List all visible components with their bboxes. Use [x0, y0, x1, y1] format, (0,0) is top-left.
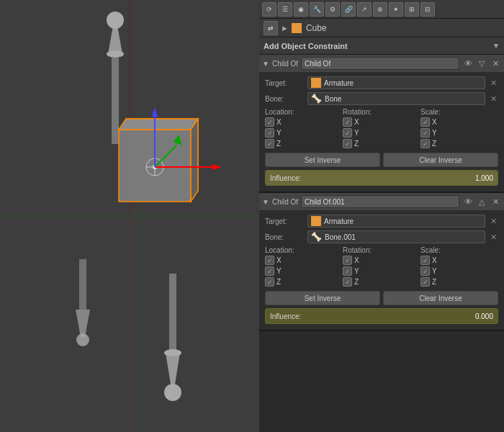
toolbar-btn-7[interactable]: ↗: [357, 2, 372, 17]
scale-y-checkbox-1[interactable]: [420, 128, 430, 138]
constraint-body-2: Target: Armature ✕ Bone: 🦴 Bone.001 ✕ Lo…: [259, 210, 504, 330]
bone-label-1: Bone:: [265, 95, 305, 103]
scale-z-checkbox-1[interactable]: [420, 139, 430, 148]
constraint-eye-icon-2[interactable]: 👁: [462, 196, 474, 207]
loc-z-label-2: Z: [276, 278, 281, 286]
svg-point-20: [164, 384, 181, 401]
scale-y-label-2: Y: [432, 267, 437, 275]
rot-z-group-2: Z: [343, 277, 420, 287]
checkbox-row-y-2: Y Y Y: [265, 266, 498, 276]
checkbox-row-z-1: Z Z Z: [265, 139, 498, 148]
scale-x-group-2: X: [420, 256, 498, 265]
loc-x-label-2: X: [276, 256, 282, 264]
rot-z-checkbox-2[interactable]: [343, 277, 352, 287]
constraint-type-1: Child Of: [272, 60, 298, 68]
rot-y-checkbox-2[interactable]: [343, 266, 352, 276]
scale-z-checkbox-2[interactable]: [420, 277, 430, 287]
right-panel: ⟳ ☰ ◉ 🔧 ⚙ 🔗 ↗ ⊕ ✦ ⊞ ⊟ ⇄ ► Cube Add Objec…: [259, 0, 504, 432]
constraint-chevron-1[interactable]: ▼: [262, 60, 269, 68]
rot-y-group-2: Y: [343, 266, 420, 276]
bone-value-1[interactable]: 🦴 Bone: [307, 92, 485, 105]
svg-point-15: [107, 50, 124, 58]
top-toolbar: ⟳ ☰ ◉ 🔧 ⚙ 🔗 ↗ ⊕ ✦ ⊞ ⊟: [259, 0, 504, 19]
clear-inverse-btn-1[interactable]: Clear Inverse: [383, 153, 498, 167]
loc-x-checkbox-1[interactable]: [265, 117, 274, 127]
svg-marker-27: [191, 119, 198, 202]
toolbar-btn-10[interactable]: ⊞: [405, 2, 419, 17]
constraint-eye-icon-1[interactable]: 👁: [462, 58, 474, 69]
toolbar-btn-6[interactable]: 🔗: [341, 2, 356, 17]
target-label-2: Target:: [265, 217, 305, 225]
influence-row-2[interactable]: Influence: 0.000: [265, 308, 498, 324]
location-header-2: Location:: [265, 246, 343, 254]
scale-y-checkbox-2[interactable]: [420, 266, 430, 276]
location-header-1: Location:: [265, 108, 343, 116]
loc-z-group-2: Z: [265, 277, 343, 287]
rot-z-group-1: Z: [343, 139, 420, 148]
armature-icon-1: [311, 78, 321, 88]
target-row-2: Target: Armature ✕: [265, 215, 498, 228]
loc-x-checkbox-2[interactable]: [265, 256, 274, 265]
loc-y-checkbox-1[interactable]: [265, 128, 274, 138]
influence-value-1: 1.000: [475, 174, 493, 182]
rot-x-checkbox-1[interactable]: [343, 117, 352, 127]
breadcrumb-separator: ►: [281, 24, 289, 32]
constraint-close-icon-2[interactable]: ✕: [490, 196, 501, 207]
constraint-type-2: Child Of: [272, 198, 298, 206]
target-clear-btn-2[interactable]: ✕: [488, 216, 498, 226]
target-value-2[interactable]: Armature: [307, 215, 485, 228]
influence-row-1[interactable]: Influence: 1.000: [265, 170, 498, 186]
bone-clear-btn-2[interactable]: ✕: [488, 232, 498, 242]
scale-x-checkbox-1[interactable]: [420, 117, 430, 127]
panel-expand-icon[interactable]: ▼: [492, 42, 500, 50]
constraint-down-icon-1[interactable]: ▽: [476, 58, 487, 69]
constraint-chevron-2[interactable]: ▼: [262, 198, 269, 206]
bone-clear-btn-1[interactable]: ✕: [488, 94, 498, 104]
toolbar-btn-9[interactable]: ✦: [389, 2, 403, 17]
target-value-1[interactable]: Armature: [307, 76, 485, 89]
scale-x-checkbox-2[interactable]: [420, 256, 430, 265]
toolbar-btn-1[interactable]: ⟳: [262, 2, 276, 17]
loc-y-checkbox-2[interactable]: [265, 266, 274, 276]
loc-z-checkbox-2[interactable]: [265, 277, 274, 287]
toolbar-btn-5[interactable]: ⚙: [325, 2, 340, 17]
constraint-close-icon-1[interactable]: ✕: [490, 58, 501, 69]
rot-x-group-2: X: [343, 256, 420, 265]
scale-x-group-1: X: [420, 117, 498, 127]
set-inverse-btn-2[interactable]: Set Inverse: [265, 291, 380, 305]
constraint-name-input-1[interactable]: [301, 57, 459, 70]
scale-z-group-2: Z: [420, 277, 498, 287]
rot-z-label-2: Z: [354, 278, 359, 286]
influence-label-2: Influence:: [270, 312, 475, 320]
rot-x-checkbox-2[interactable]: [343, 256, 352, 265]
armature-icon-2: [311, 216, 321, 226]
bone-value-2[interactable]: 🦴 Bone.001: [307, 230, 485, 243]
loc-z-label-1: Z: [276, 140, 281, 148]
rot-z-checkbox-1[interactable]: [343, 139, 352, 148]
constraint-name-input-2[interactable]: [301, 195, 459, 208]
checkbox-row-x-2: X X X: [265, 256, 498, 265]
scale-x-label-1: X: [432, 118, 437, 126]
constraint-header-2: ▼ Child Of 👁 △ ✕: [259, 193, 504, 210]
toolbar-btn-8[interactable]: ⊕: [373, 2, 387, 17]
clear-inverse-btn-2[interactable]: Clear Inverse: [383, 291, 498, 305]
toolbar-btn-3[interactable]: ◉: [294, 2, 308, 17]
svg-marker-13: [112, 58, 119, 144]
rot-y-checkbox-1[interactable]: [343, 128, 352, 138]
set-inverse-btn-1[interactable]: Set Inverse: [265, 153, 380, 167]
checkbox-row-y-1: Y Y Y: [265, 128, 498, 138]
bone-icon-2: 🦴: [311, 232, 322, 242]
toolbar-btn-11[interactable]: ⊟: [420, 2, 435, 17]
toolbar-btn-2[interactable]: ☰: [278, 2, 292, 17]
bone-row-2: Bone: 🦴 Bone.001 ✕: [265, 230, 498, 243]
rot-x-label-2: X: [354, 256, 359, 264]
breadcrumb-icon[interactable]: ⇄: [264, 21, 278, 35]
constraint-body-1: Target: Armature ✕ Bone: 🦴 Bone ✕ Locati…: [259, 72, 504, 192]
target-clear-btn-1[interactable]: ✕: [488, 78, 498, 88]
constraint-up-icon-2[interactable]: △: [476, 196, 487, 207]
loc-z-checkbox-1[interactable]: [265, 139, 274, 148]
loc-x-group-1: X: [265, 117, 343, 127]
rot-z-label-1: Z: [354, 140, 359, 148]
viewport-3d[interactable]: [0, 0, 259, 432]
toolbar-btn-4[interactable]: 🔧: [310, 2, 324, 17]
